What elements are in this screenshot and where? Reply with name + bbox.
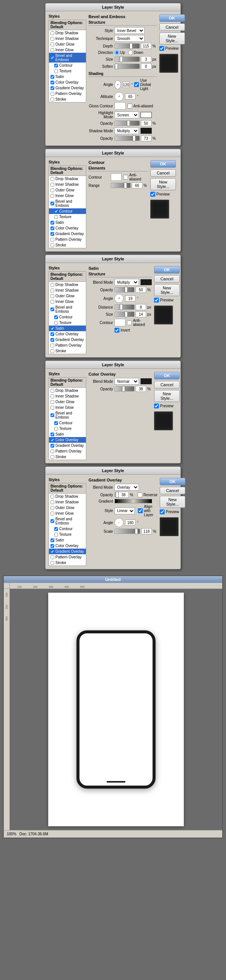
cancel-button-3[interactable]: Cancel [154, 275, 180, 283]
style-item-outer-glow-3[interactable]: Outer Glow [49, 293, 86, 299]
size-value-1[interactable]: 3 [141, 56, 151, 62]
style-item-inner-shadow-3[interactable]: Inner Shadow [49, 288, 86, 293]
color-overlay-opacity-value[interactable]: 38 [135, 386, 146, 392]
preview-checkbox-2[interactable] [150, 192, 155, 197]
style-item-drop-shadow-1[interactable]: Drop Shadow [49, 30, 86, 36]
cancel-button-1[interactable]: Cancel [159, 23, 185, 31]
style-item-color-overlay-1[interactable]: Color Overlay [49, 80, 86, 85]
style-item-satin-1[interactable]: Satin [49, 74, 86, 80]
outer-glow-cb-1[interactable] [51, 43, 54, 46]
gradient-blend-select[interactable]: Overlay [115, 484, 139, 490]
style-item-satin-2[interactable]: Satin [49, 220, 86, 225]
style-item-inner-shadow-4[interactable]: Inner Shadow [49, 393, 86, 399]
depth-slider[interactable] [115, 43, 140, 49]
shadow-color-swatch[interactable] [140, 128, 152, 134]
style-item-contour-2[interactable]: Contour [49, 208, 86, 214]
ok-button-1[interactable]: OK [159, 14, 185, 22]
preview-toggle-2[interactable]: Preview [150, 192, 177, 197]
size-slider-1[interactable] [115, 57, 140, 62]
style-item-outer-glow-5[interactable]: Outer Glow [49, 505, 86, 511]
color-overlay-swatch[interactable] [140, 378, 152, 384]
style-item-inner-glow-4[interactable]: Inner Glow [49, 405, 86, 410]
style-item-color-overlay-2[interactable]: Color Overlay [49, 225, 86, 231]
style-item-drop-shadow-4[interactable]: Drop Shadow [49, 388, 86, 393]
satin-opacity-value[interactable]: 50 [135, 287, 146, 293]
style-item-inner-glow-2[interactable]: Inner Glow [49, 193, 86, 199]
color-overlay-cb-1[interactable] [51, 81, 54, 84]
style-item-bevel-1[interactable]: Bevel and Emboss [49, 53, 86, 62]
ok-button-5[interactable]: OK [160, 478, 185, 485]
global-light-option[interactable]: Use Global Light [134, 78, 157, 91]
style-item-outer-glow-2[interactable]: Outer Glow [49, 187, 86, 193]
gradient-scale-value[interactable]: 118 [141, 528, 152, 534]
style-item-stroke-1[interactable]: Stroke [49, 97, 86, 102]
ok-button-3[interactable]: OK [154, 266, 180, 274]
style-item-bevel-4[interactable]: Bevel and Emboss [49, 410, 86, 420]
satin-size-slider[interactable] [115, 312, 134, 317]
new-style-button-3[interactable]: New Style... [154, 284, 180, 296]
cancel-button-2[interactable]: Cancel [150, 169, 176, 177]
preview-checkbox-4[interactable] [154, 404, 159, 409]
new-style-button-2[interactable]: New Style... [150, 178, 176, 190]
range-value[interactable]: 66 [132, 182, 142, 188]
color-overlay-opacity-slider[interactable] [115, 386, 134, 391]
gradient-bar[interactable] [115, 499, 152, 503]
style-item-contour-3[interactable]: Contour [49, 314, 86, 320]
depth-value[interactable]: 115 [141, 43, 151, 49]
direction-up-option[interactable]: Up [115, 50, 125, 55]
altitude-dial[interactable]: ↗ [115, 92, 124, 101]
style-item-bevel-5[interactable]: Bevel and Emboss [49, 516, 86, 526]
style-item-drop-shadow-2[interactable]: Drop Shadow [49, 176, 86, 181]
highlight-opacity-slider[interactable] [115, 121, 140, 126]
style-item-color-overlay-5[interactable]: Color Overlay [49, 543, 86, 549]
stroke-cb-1[interactable] [51, 98, 54, 101]
style-item-inner-glow-1[interactable]: Inner Glow [49, 47, 86, 53]
gradient-opacity-value[interactable]: 38 [118, 492, 129, 498]
style-item-pattern-overlay-3[interactable]: Pattern Overlay [49, 342, 86, 348]
satin-opacity-slider[interactable] [115, 287, 134, 293]
style-item-pattern-overlay-2[interactable]: Pattern Overlay [49, 237, 86, 242]
direction-down-option[interactable]: Down [128, 50, 143, 55]
style-item-gradient-overlay-1[interactable]: Gradient Overlay [49, 85, 86, 91]
ok-button-4[interactable]: OK [154, 372, 180, 379]
technique-select[interactable]: Smooth [115, 35, 145, 42]
altitude-value[interactable]: 65 [125, 94, 135, 99]
style-item-outer-glow-4[interactable]: Outer Glow [49, 399, 86, 405]
drop-shadow-cb-1[interactable] [51, 31, 54, 35]
soften-slider[interactable] [115, 64, 140, 69]
style-item-bevel-3[interactable]: Bevel and Emboss [49, 304, 86, 314]
style-item-texture-1[interactable]: Texture [49, 68, 86, 74]
satin-distance-slider[interactable] [115, 304, 134, 310]
style-item-pattern-overlay-5[interactable]: Pattern Overlay [49, 554, 86, 560]
style-item-satin-4[interactable]: Satin [49, 431, 86, 437]
new-style-button-1[interactable]: New Style... [159, 32, 185, 45]
style-item-bevel-2[interactable]: Bevel and Emboss [49, 199, 86, 208]
style-item-pattern-overlay-4[interactable]: Pattern Overlay [49, 449, 86, 454]
shadow-mode-select[interactable]: Multiply [115, 127, 139, 134]
satin-color-swatch[interactable] [140, 279, 152, 285]
cancel-button-5[interactable]: Cancel [160, 487, 185, 494]
style-item-satin-5[interactable]: Satin [49, 537, 86, 543]
preview-checkbox-1[interactable] [159, 46, 164, 51]
inner-shadow-cb-1[interactable] [51, 37, 54, 41]
style-item-gradient-overlay-3[interactable]: Gradient Overlay [49, 337, 86, 342]
style-item-inner-shadow-1[interactable]: Inner Shadow [49, 36, 86, 41]
bevel-cb-1[interactable] [51, 56, 54, 59]
contour-preview-2[interactable] [111, 173, 122, 181]
gradient-angle-value[interactable]: 180 [125, 520, 135, 526]
shadow-opacity-slider[interactable] [115, 136, 140, 141]
angle-dial-1[interactable]: ↗ [115, 80, 121, 89]
inner-glow-cb-1[interactable] [51, 48, 54, 52]
style-item-drop-shadow-5[interactable]: Drop Shadow [49, 493, 86, 499]
style-item-gradient-overlay-5[interactable]: Gradient Overlay [49, 549, 86, 554]
shadow-opacity-value[interactable]: 73 [141, 135, 151, 141]
style-item-stroke-4[interactable]: Stroke [49, 454, 86, 460]
style-item-inner-glow-3[interactable]: Inner Glow [49, 299, 86, 304]
angle-value-1[interactable]: 120 [123, 82, 130, 88]
style-item-gradient-overlay-4[interactable]: Gradient Overlay [49, 443, 86, 449]
style-item-stroke-5[interactable]: Stroke [49, 560, 86, 566]
style-item-gradient-overlay-2[interactable]: Gradient Overlay [49, 231, 86, 237]
style-item-inner-glow-5[interactable]: Inner Glow [49, 511, 86, 516]
preview-toggle-3[interactable]: Preview [154, 298, 181, 302]
pattern-overlay-cb-1[interactable] [51, 92, 54, 96]
